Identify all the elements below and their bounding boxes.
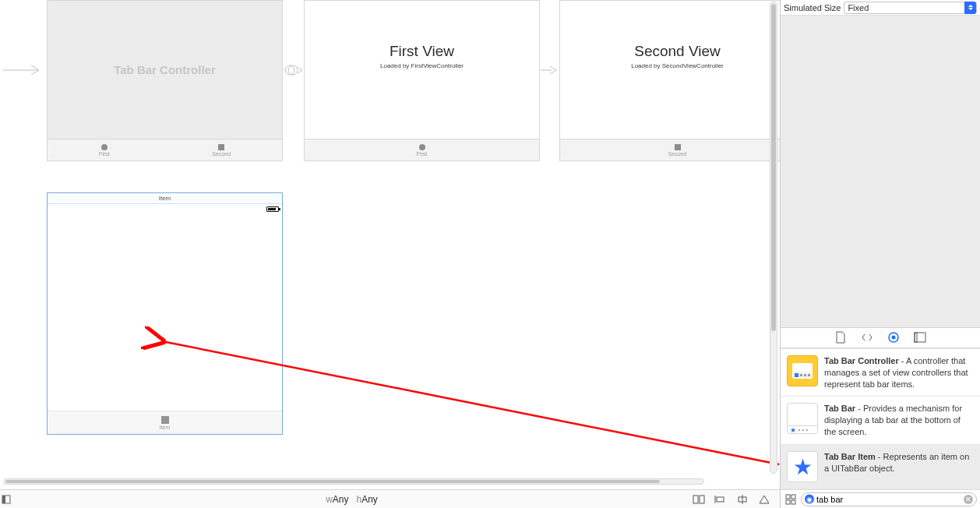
- battery-icon: [266, 206, 279, 212]
- scrollbar-thumb[interactable]: [5, 480, 660, 483]
- tab-bar[interactable]: Second: [560, 139, 780, 161]
- file-template-tab[interactable]: [834, 330, 848, 344]
- entry-point-arrow-icon: [3, 62, 47, 79]
- simulated-size-row: Simulated Size Fixed: [781, 0, 980, 16]
- scene-title[interactable]: Item: [48, 193, 282, 204]
- svg-rect-6: [2, 496, 5, 503]
- resolve-issues-button[interactable]: [756, 492, 772, 506]
- svg-rect-21: [791, 500, 795, 504]
- w-prefix: w: [326, 494, 333, 505]
- svg-rect-19: [791, 495, 795, 499]
- library-tab-bar: [781, 328, 980, 348]
- canvas-bottom-bar: wAny hAny: [0, 489, 780, 508]
- simulated-size-value: Fixed: [848, 3, 869, 12]
- svg-rect-10: [717, 497, 724, 502]
- library-item-tab-bar-controller[interactable]: Tab Bar Controller - A controller that m…: [781, 349, 980, 397]
- simulated-size-select[interactable]: Fixed: [844, 2, 977, 14]
- code-snippet-tab[interactable]: [860, 330, 874, 344]
- align-button[interactable]: [691, 492, 707, 506]
- canvas-inner[interactable]: Tab Bar Controller First Second: [0, 0, 780, 479]
- library-item-text: Tab Bar - Provides a mechanism for displ…: [824, 403, 974, 438]
- square-icon: [675, 144, 681, 150]
- library-search-bar: ◉ ✕: [781, 489, 980, 508]
- library-item-tab-bar-item[interactable]: ★ Tab Bar Item - Represents an item on a…: [781, 445, 980, 489]
- tab-bar[interactable]: Item: [48, 411, 282, 434]
- tab-label: Item: [160, 425, 171, 430]
- vertical-scrollbar[interactable]: [770, 2, 777, 474]
- ib-canvas[interactable]: Tab Bar Controller First Second: [0, 0, 780, 508]
- svg-rect-17: [915, 333, 917, 342]
- status-bar: [48, 204, 282, 213]
- tab-label: First: [417, 151, 428, 157]
- segue-arrow-icon[interactable]: [541, 62, 559, 78]
- tab-first[interactable]: First: [99, 144, 110, 157]
- h-value: Any: [361, 494, 378, 505]
- library-item-text: Tab Bar Item - Represents an item on a U…: [824, 451, 974, 482]
- scrollbar-thumb[interactable]: [771, 4, 776, 331]
- chevron-up-down-icon: [964, 2, 976, 14]
- segue-arrow-icon[interactable]: [284, 62, 304, 78]
- scene-tab-bar-controller[interactable]: Tab Bar Controller First Second: [47, 0, 283, 161]
- tab-first-label: First: [99, 151, 110, 157]
- size-class-control[interactable]: wAny hAny: [12, 494, 691, 505]
- view[interactable]: [48, 213, 282, 411]
- library-search-field[interactable]: ◉ ✕: [801, 492, 977, 506]
- tab-bar-controller-placeholder: Tab Bar Controller: [48, 1, 282, 139]
- scene-item[interactable]: Item Item: [47, 192, 283, 435]
- object-library-tab[interactable]: [887, 330, 901, 344]
- w-value: Any: [333, 494, 349, 505]
- library-item-text: Tab Bar Controller - A controller that m…: [824, 355, 974, 390]
- object-library-list[interactable]: Tab Bar Controller - A controller that m…: [781, 348, 980, 489]
- svg-marker-13: [760, 496, 769, 503]
- inspector-empty-area: [781, 16, 980, 328]
- scene-second-view[interactable]: Second View Loaded by SecondViewControll…: [559, 0, 780, 161]
- svg-rect-7: [693, 496, 698, 503]
- first-view-subtitle: Loaded by FirstViewController: [380, 62, 464, 69]
- tab-second-label: Second: [212, 151, 231, 157]
- horizontal-scrollbar[interactable]: [3, 478, 704, 485]
- tab-bar[interactable]: First Second: [48, 139, 282, 161]
- first-view-title: First View: [390, 43, 454, 60]
- pin-button[interactable]: [735, 492, 750, 506]
- align-edges-button[interactable]: [713, 492, 728, 506]
- square-icon: [161, 416, 169, 424]
- media-library-tab[interactable]: [913, 330, 927, 344]
- simulated-size-label: Simulated Size: [784, 3, 841, 12]
- second-view-title: Second View: [634, 43, 721, 60]
- svg-rect-20: [786, 500, 790, 504]
- tab-second[interactable]: Second: [212, 144, 231, 157]
- svg-rect-8: [700, 496, 704, 503]
- svg-rect-16: [915, 333, 925, 342]
- library-search-input[interactable]: [816, 495, 961, 504]
- inspector-panel: Simulated Size Fixed Tab Bar Controller …: [780, 0, 980, 508]
- library-item-tab-bar[interactable]: ★ Tab Bar - Provides a mechanism for dis…: [781, 397, 980, 445]
- tab-label: Second: [668, 151, 687, 157]
- tab-bar-icon: ★: [787, 403, 818, 434]
- second-view-subtitle: Loaded by SecondViewController: [631, 62, 724, 69]
- outline-toggle-button[interactable]: [0, 490, 12, 509]
- square-icon: [218, 144, 224, 150]
- svg-rect-18: [786, 495, 790, 499]
- grid-view-button[interactable]: [784, 492, 798, 506]
- svg-point-15: [892, 336, 896, 340]
- clear-search-button[interactable]: ✕: [964, 495, 973, 504]
- scene-first-view[interactable]: First View Loaded by FirstViewController…: [304, 0, 540, 161]
- tab-bar-controller-icon: [787, 355, 818, 386]
- tab-bar[interactable]: First: [305, 139, 539, 161]
- circle-icon: [419, 144, 425, 150]
- search-scope-icon[interactable]: ◉: [805, 494, 814, 503]
- tab-bar-item-icon: ★: [787, 451, 818, 482]
- circle-icon: [101, 144, 108, 150]
